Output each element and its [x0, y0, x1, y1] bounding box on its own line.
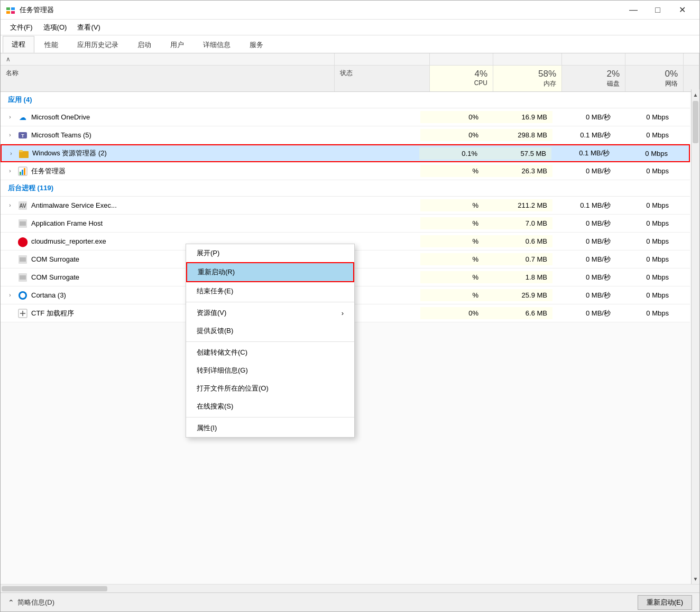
svg-rect-10 — [22, 170, 23, 175]
up-arrow-icon: ∧ — [6, 55, 11, 63]
tab-startup[interactable]: 启动 — [128, 36, 160, 53]
svg-rect-9 — [20, 172, 21, 175]
comsurrogate2-net: 0 Mbps — [616, 271, 674, 283]
col-extra — [684, 66, 699, 91]
scrollbar-vertical[interactable]: ▲ ▼ — [691, 89, 699, 584]
window-title: 任务管理器 — [20, 5, 621, 15]
taskmgr-disk: 0 MB/秒 — [552, 164, 616, 178]
appframehost-cpu: % — [420, 217, 484, 229]
tab-details[interactable]: 详细信息 — [194, 36, 240, 53]
col-cpu: 4%CPU — [430, 66, 493, 91]
ctx-resource-values[interactable]: 资源值(V) › — [186, 304, 354, 322]
sort-net[interactable] — [625, 53, 684, 65]
row-taskmgr[interactable]: › 任务管理器 % 26.3 MB 0 MB/秒 0 Mbps — [1, 162, 690, 180]
explorer-status — [324, 151, 419, 155]
svg-rect-2 — [6, 11, 10, 14]
svg-text:AV: AV — [19, 203, 26, 209]
row-appframehost[interactable]: › Application Frame Host % 7.0 MB 0 MB/秒… — [1, 215, 690, 233]
tab-app-history[interactable]: 应用历史记录 — [68, 36, 127, 53]
close-button[interactable]: ✕ — [670, 1, 694, 20]
row-onedrive[interactable]: › ☁ Microsoft OneDrive 0% 16.9 MB 0 MB/秒… — [1, 108, 690, 126]
appframehost-net: 0 Mbps — [616, 217, 674, 229]
col-mem: 58%内存 — [493, 66, 562, 91]
maximize-button[interactable]: □ — [646, 1, 670, 20]
ctfloader-disk: 0 MB/秒 — [552, 307, 616, 320]
menu-options[interactable]: 选项(O) — [38, 21, 72, 34]
scroll-up-btn[interactable]: ▲ — [692, 89, 699, 100]
sort-extra — [684, 53, 699, 65]
ctfloader-icon — [17, 308, 28, 319]
explorer-extra — [673, 151, 689, 155]
cloudmusic-cpu: % — [420, 235, 484, 247]
expand-icon[interactable]: › — [6, 113, 14, 122]
sort-name[interactable]: ∧ — [1, 53, 335, 65]
tab-services[interactable]: 服务 — [241, 36, 272, 53]
col-status[interactable]: 状态 — [335, 66, 430, 91]
hscroll-thumb[interactable] — [2, 586, 107, 591]
ctx-properties[interactable]: 属性(I) — [186, 419, 354, 437]
window-controls: — □ ✕ — [621, 1, 694, 20]
task-manager-window: 任务管理器 — □ ✕ 文件(F) 选项(O) 查看(V) 进程 性能 应用历史… — [0, 0, 700, 612]
expand-icon[interactable]: › — [6, 131, 14, 140]
antimalware-net: 0 Mbps — [616, 199, 674, 211]
ctfloader-extra — [674, 311, 690, 316]
onedrive-disk: 0 MB/秒 — [552, 110, 616, 124]
ctfloader-mem: 6.6 MB — [484, 307, 552, 319]
teams-name: › T Microsoft Teams (5) — [1, 128, 325, 143]
ctx-dump[interactable]: 创建转储文件(C) — [186, 344, 354, 361]
comsurrogate2-mem: 1.8 MB — [484, 271, 552, 283]
ctx-open-location[interactable]: 打开文件所在的位置(O) — [186, 379, 354, 397]
title-bar: 任务管理器 — □ ✕ — [1, 1, 699, 20]
explorer-net: 0 Mbps — [615, 147, 673, 160]
bottom-info[interactable]: ⌃ 简略信息(D) — [8, 598, 54, 607]
explorer-cpu: 0.1% — [419, 147, 483, 160]
brief-info-label[interactable]: 简略信息(D) — [17, 598, 54, 607]
onedrive-cpu: 0% — [420, 111, 484, 123]
menu-file[interactable]: 文件(F) — [5, 21, 38, 34]
tab-performance[interactable]: 性能 — [35, 36, 67, 53]
teams-disk: 0.1 MB/秒 — [552, 128, 616, 142]
row-explorer[interactable]: › Windows 资源管理器 (2) 0.1% 57.5 MB 0.1 MB/… — [1, 144, 690, 162]
ctx-expand[interactable]: 展开(P) — [186, 244, 354, 262]
ctx-goto-details[interactable]: 转到详细信息(G) — [186, 361, 354, 379]
expand-icon[interactable]: › — [6, 291, 14, 300]
svg-rect-7 — [19, 150, 23, 152]
svg-rect-11 — [24, 168, 25, 175]
sort-mem[interactable] — [493, 53, 562, 65]
onedrive-name: › ☁ Microsoft OneDrive — [1, 110, 325, 125]
explorer-disk: 0.1 MB/秒 — [551, 146, 615, 160]
tab-bar: 进程 性能 应用历史记录 启动 用户 详细信息 服务 — [1, 35, 699, 53]
expand-icon[interactable]: › — [7, 149, 15, 157]
expand-icon[interactable]: › — [6, 167, 14, 175]
column-sort-row: ∧ — [1, 53, 699, 66]
appframehost-icon — [17, 218, 28, 229]
row-antimalware[interactable]: › AV Antimalware Service Exec... % 211.2… — [1, 197, 690, 215]
tab-users[interactable]: 用户 — [161, 36, 193, 53]
ctx-feedback[interactable]: 提供反馈(B) — [186, 322, 354, 340]
row-teams[interactable]: › T Microsoft Teams (5) 0% 298.8 MB 0.1 … — [1, 126, 690, 144]
tab-processes[interactable]: 进程 — [3, 36, 34, 53]
cloudmusic-mem: 0.6 MB — [484, 235, 552, 247]
expand-icon[interactable]: › — [6, 201, 14, 210]
svg-rect-3 — [11, 11, 15, 14]
menu-view[interactable]: 查看(V) — [72, 21, 105, 34]
comsurrogate1-cpu: % — [420, 253, 484, 265]
appframehost-extra — [674, 221, 690, 226]
ctx-sep3 — [186, 417, 354, 418]
col-name[interactable]: 名称 — [1, 66, 335, 91]
sort-cpu[interactable] — [430, 53, 493, 65]
antimalware-extra — [674, 203, 690, 208]
svg-rect-0 — [6, 7, 10, 10]
scrollbar-horizontal[interactable] — [1, 584, 699, 592]
minimize-button[interactable]: — — [621, 1, 646, 20]
ctx-end-task[interactable]: 结束任务(E) — [186, 282, 354, 300]
sort-disk[interactable] — [562, 53, 625, 65]
onedrive-net: 0 Mbps — [616, 111, 674, 123]
ctx-search-online[interactable]: 在线搜索(S) — [186, 397, 354, 415]
restart-button[interactable]: 重新启动(E) — [638, 595, 692, 610]
scroll-thumb[interactable] — [693, 101, 698, 143]
ctx-restart[interactable]: 重新启动(R) — [186, 262, 354, 282]
scroll-down-btn[interactable]: ▼ — [692, 573, 699, 584]
explorer-name: › Windows 资源管理器 (2) — [2, 146, 324, 161]
comsurrogate1-net: 0 Mbps — [616, 253, 674, 265]
